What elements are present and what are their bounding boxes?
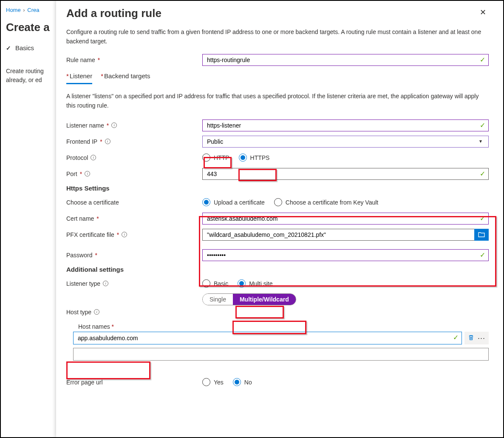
radio-protocol-http[interactable]: HTTP bbox=[202, 154, 229, 162]
host-name-input-2[interactable] bbox=[73, 348, 489, 361]
close-button[interactable]: ✕ bbox=[477, 6, 489, 19]
label-cert-name: Cert name bbox=[66, 215, 94, 222]
info-icon[interactable] bbox=[91, 155, 96, 160]
checkmark-icon: ✓ bbox=[480, 56, 485, 64]
bg-desc-line1: Create routing bbox=[6, 67, 55, 76]
required-asterisk: * bbox=[100, 138, 102, 145]
required-asterisk: * bbox=[96, 215, 99, 222]
label-listener-type: Listener type bbox=[66, 280, 100, 287]
host-type-toggle[interactable]: Single Multiple/Wildcard bbox=[202, 293, 296, 305]
close-icon: ✕ bbox=[480, 8, 486, 17]
checkmark-icon: ✓ bbox=[480, 251, 485, 259]
info-icon[interactable] bbox=[122, 232, 127, 237]
folder-icon bbox=[478, 232, 485, 238]
radio-errorpage-yes[interactable]: Yes bbox=[202, 378, 224, 386]
checkmark-icon bbox=[6, 45, 14, 51]
frontend-ip-select[interactable] bbox=[202, 136, 489, 148]
step-basics[interactable]: Basics bbox=[15, 44, 34, 51]
label-listener-name: Listener name bbox=[66, 122, 104, 129]
listener-name-input[interactable] bbox=[202, 119, 489, 131]
password-input[interactable] bbox=[202, 249, 489, 261]
section-https-settings: Https Settings bbox=[66, 185, 489, 192]
pill-host-multiple[interactable]: Multiple/Wildcard bbox=[233, 294, 296, 305]
label-host-names: Host names bbox=[78, 323, 110, 330]
rule-name-input[interactable] bbox=[202, 54, 489, 66]
pfx-file-input[interactable] bbox=[202, 229, 474, 241]
browse-file-button[interactable] bbox=[474, 229, 489, 241]
cert-name-input[interactable] bbox=[202, 213, 489, 225]
required-asterisk: * bbox=[95, 252, 97, 259]
radio-errorpage-no[interactable]: No bbox=[233, 378, 252, 386]
label-port: Port bbox=[66, 171, 77, 177]
radio-cert-keyvault[interactable]: Choose a certificate from Key Vault bbox=[274, 198, 378, 206]
label-frontend-ip: Frontend IP bbox=[66, 138, 97, 145]
info-icon[interactable] bbox=[94, 309, 99, 315]
host-name-input-1[interactable] bbox=[73, 332, 462, 344]
info-icon[interactable] bbox=[111, 122, 117, 128]
port-input[interactable] bbox=[202, 168, 489, 180]
tab-listener[interactable]: *Listener bbox=[66, 70, 92, 84]
required-asterisk: * bbox=[80, 171, 82, 177]
info-icon[interactable] bbox=[105, 139, 110, 144]
label-password: Password bbox=[66, 252, 92, 259]
section-additional-settings: Additional settings bbox=[66, 266, 489, 273]
checkmark-icon: ✓ bbox=[453, 333, 459, 342]
radio-listener-multisite[interactable]: Multi site bbox=[238, 279, 272, 287]
label-choose-certificate: Choose a certificate bbox=[66, 199, 119, 206]
breadcrumb[interactable]: Home › Crea bbox=[6, 7, 55, 13]
blade-title: Add a routing rule bbox=[66, 7, 161, 20]
info-icon[interactable] bbox=[85, 171, 90, 176]
label-protocol: Protocol bbox=[66, 154, 88, 161]
checkmark-icon: ✓ bbox=[480, 214, 485, 223]
required-asterisk: * bbox=[107, 122, 109, 129]
delete-hostname-button[interactable] bbox=[466, 333, 476, 344]
breadcrumb-crea[interactable]: Crea bbox=[27, 7, 39, 13]
label-pfx-file: PFX certificate file bbox=[66, 231, 114, 238]
required-asterisk: * bbox=[98, 57, 100, 63]
blade-description: Configure a routing rule to send traffic… bbox=[66, 28, 487, 46]
chevron-right-icon: › bbox=[23, 7, 25, 13]
breadcrumb-home[interactable]: Home bbox=[6, 7, 21, 13]
checkmark-icon: ✓ bbox=[480, 170, 485, 178]
info-icon[interactable] bbox=[103, 281, 108, 286]
pill-host-single[interactable]: Single bbox=[203, 294, 233, 305]
label-rule-name: Rule name bbox=[66, 57, 95, 63]
tab-backend-targets[interactable]: *Backend targets bbox=[101, 70, 150, 84]
ellipsis-icon: ··· bbox=[478, 334, 485, 342]
label-error-page-url: Error page url bbox=[66, 379, 103, 386]
trash-icon bbox=[468, 334, 474, 341]
listener-description: A listener "listens" on a specified port… bbox=[66, 92, 489, 110]
radio-protocol-https[interactable]: HTTPS bbox=[239, 154, 270, 162]
required-asterisk: * bbox=[117, 231, 119, 238]
radio-cert-upload[interactable]: Upload a certificate bbox=[202, 198, 265, 206]
radio-listener-basic[interactable]: Basic bbox=[202, 279, 228, 287]
required-asterisk: * bbox=[112, 323, 114, 330]
more-hostname-button[interactable]: ··· bbox=[476, 333, 487, 344]
page-title: Create a bbox=[6, 21, 55, 34]
label-host-type: Host type bbox=[66, 309, 91, 316]
bg-desc-line2: already, or ed bbox=[6, 76, 55, 85]
checkmark-icon: ✓ bbox=[480, 121, 485, 130]
